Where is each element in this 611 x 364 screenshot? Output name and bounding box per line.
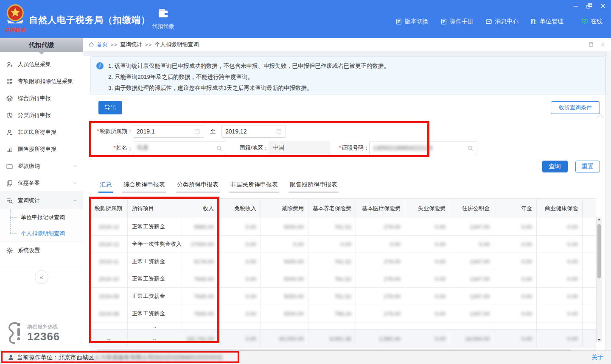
sidebar-item-label: 专项附加扣除信息采集	[18, 78, 78, 85]
sidebar-item-tax-payment[interactable]: 税款缴纳	[0, 158, 83, 175]
sidebar-item-label: 非居民所得申报	[18, 128, 78, 136]
panel-close-button[interactable]	[600, 42, 606, 47]
period-to-field[interactable]	[221, 125, 286, 138]
sidebar-item-label: 分类所得申报	[18, 111, 78, 119]
top-bar: 中国税务 自然人电子税务局（扣缴端） 代扣代缴 版本切换操作手册消息中心单位管理…	[0, 0, 611, 38]
table-cell: 761.52	[308, 218, 356, 235]
name-label: *姓名：	[90, 144, 133, 152]
table-row[interactable]: 2019-12正常工资薪金9985.000.005000.00761.52279…	[90, 218, 596, 236]
about-link[interactable]: 关于	[591, 354, 603, 361]
table-cell: 0.00	[494, 218, 537, 235]
table-cell: 0.00	[537, 253, 583, 270]
id-number-field[interactable]: 130502199904222129	[369, 142, 477, 154]
topnav-message-center[interactable]: 消息中心	[485, 18, 519, 25]
export-button[interactable]: 导出	[98, 101, 122, 114]
sidebar-collapse-button[interactable]: «	[35, 270, 48, 284]
national-emblem-icon	[3, 3, 27, 28]
name-field[interactable]: 马某	[133, 142, 226, 154]
table-cell: --	[90, 330, 128, 347]
table-cell: 0.00	[219, 330, 261, 347]
reset-button[interactable]: 重置	[575, 161, 600, 172]
sidebar-item-preferential-filing[interactable]: 优惠备案	[0, 175, 83, 192]
topnav-manual[interactable]: 操作手册	[440, 18, 474, 25]
sidebar-item-label: 限售股所得申报	[18, 145, 78, 153]
sidebar-item-restricted-stock[interactable]: 限售股所得申报	[0, 141, 83, 158]
vertical-scrollbar[interactable]	[596, 217, 602, 342]
period-from-input[interactable]	[137, 128, 194, 135]
table-row[interactable]: 2019-08正常工资薪金7645.000.005000.00798.24279…	[90, 305, 596, 322]
user-icon	[8, 354, 14, 361]
sidebar-item-special-deduction[interactable]: 专项附加扣除信息采集	[0, 73, 83, 90]
close-button[interactable]	[599, 2, 607, 10]
notice-box: i 1. 该查询统计表仅能查询已申报成功的数据，不包含未申报、申报失败，已申报但…	[90, 56, 605, 94]
sidebar-subitem-personal-withholding-query[interactable]: 个人扣缴明细查询	[0, 225, 83, 242]
tab-classified[interactable]: 分类所得申报表	[176, 180, 220, 193]
table-cell: 0.00	[308, 236, 356, 253]
topnav-version-switch[interactable]: 版本切换	[395, 18, 429, 25]
status-bar: 当前操作单位： 北京市西城区 人力资源服务有限公司(91110102MA01XX…	[0, 350, 611, 364]
tab-comprehensive[interactable]: 综合所得申报表	[122, 180, 166, 193]
home-icon	[88, 42, 95, 48]
table-cell: 2,960.40	[356, 330, 405, 347]
restore-button[interactable]	[586, 2, 593, 10]
scroll-up-arrow[interactable]	[597, 219, 601, 220]
scroll-down-arrow[interactable]	[597, 339, 601, 341]
copy-icon	[6, 180, 13, 187]
table-cell: 0.00	[219, 218, 261, 235]
sidebar-subitem-unit-declare-query[interactable]: 单位申报记录查询	[0, 209, 83, 225]
query-button[interactable]: 查询	[542, 161, 568, 172]
module-tab-withholding[interactable]: 代扣代缴	[149, 7, 177, 30]
hotline-operator-icon	[5, 321, 24, 345]
sidebar-item-classified-income[interactable]: 分类所得申报	[0, 107, 83, 124]
minimize-button[interactable]	[572, 2, 580, 10]
sidebar-item-personnel-info[interactable]: 人员信息采集	[0, 56, 83, 73]
vertical-scroll-thumb[interactable]	[597, 224, 601, 278]
sidebar-item-system-settings[interactable]: 系统设置	[0, 242, 83, 259]
hotline-label: 纳税服务热线	[27, 323, 60, 331]
column-header: 税款所属期	[90, 199, 128, 218]
table-cell: 0.00	[537, 288, 583, 305]
period-to-input[interactable]	[225, 128, 276, 135]
search-icon[interactable]	[467, 145, 474, 151]
collapse-filters-button[interactable]: 收折查询条件	[551, 101, 600, 114]
table-cell: 0.00	[219, 305, 261, 322]
calendar-icon[interactable]	[194, 128, 200, 135]
chevron-up-icon	[73, 198, 78, 203]
table-cell	[537, 322, 583, 329]
table-cell: 0.00	[405, 288, 450, 305]
sidebar-item-comprehensive-income[interactable]: 综合所得申报	[0, 90, 83, 107]
sidebar-item-nonresident-income[interactable]: 非居民所得申报	[0, 124, 83, 141]
tab-nonresident[interactable]: 非居民所得申报表	[229, 180, 279, 193]
search-icon[interactable]	[216, 145, 222, 151]
table-row-partial[interactable]: ..	[90, 322, 596, 330]
topnav-org-management[interactable]: 单位管理	[530, 18, 563, 25]
table-row[interactable]: 2019-11正常工资薪金9178.000.005000.00761.52279…	[90, 253, 596, 270]
breadcrumb-current: 个人扣缴明细查询	[154, 41, 199, 48]
doc-icon	[395, 18, 402, 25]
table-cell	[583, 253, 596, 270]
chevron-down-icon	[73, 181, 78, 186]
sidebar-item-query-statistics[interactable]: 查询统计	[0, 192, 83, 209]
breadcrumb-home[interactable]: 首页	[97, 41, 108, 48]
table-cell: --	[128, 330, 182, 347]
table-row[interactable]: 2019-09正常工资薪金7645.000.005000.00761.52279…	[90, 288, 596, 305]
page-scrollbar-track[interactable]	[605, 51, 611, 350]
tab-summary[interactable]: 汇总	[98, 180, 113, 193]
column-header: 基本医疗保险费	[356, 199, 405, 218]
tab-restricted[interactable]: 限售股所得申报表	[289, 180, 339, 193]
period-from-field[interactable]	[133, 125, 204, 138]
table-cell: 0.00	[537, 218, 583, 235]
table-cell	[583, 305, 596, 322]
table-row[interactable]: 2019-10正常工资薪金7645.000.005000.00761.52279…	[90, 270, 596, 288]
building-icon	[530, 18, 537, 25]
column-header: 商业健康保险	[537, 199, 583, 218]
table-total-row[interactable]: ----161,741.000.0060,000.008,991.362,960…	[90, 330, 596, 347]
table-cell: 761.52	[308, 270, 356, 287]
table-row[interactable]: 2019-12全年一次性奖金收入27500.000.000.000.000.00…	[90, 236, 596, 253]
gear-icon	[6, 247, 13, 254]
table-cell: 5000.00	[261, 253, 308, 270]
name-value: 马某	[137, 144, 216, 152]
topnav-label: 单位管理	[540, 18, 563, 25]
panel-maximize-button[interactable]	[588, 42, 594, 47]
calendar-icon[interactable]	[276, 128, 282, 135]
